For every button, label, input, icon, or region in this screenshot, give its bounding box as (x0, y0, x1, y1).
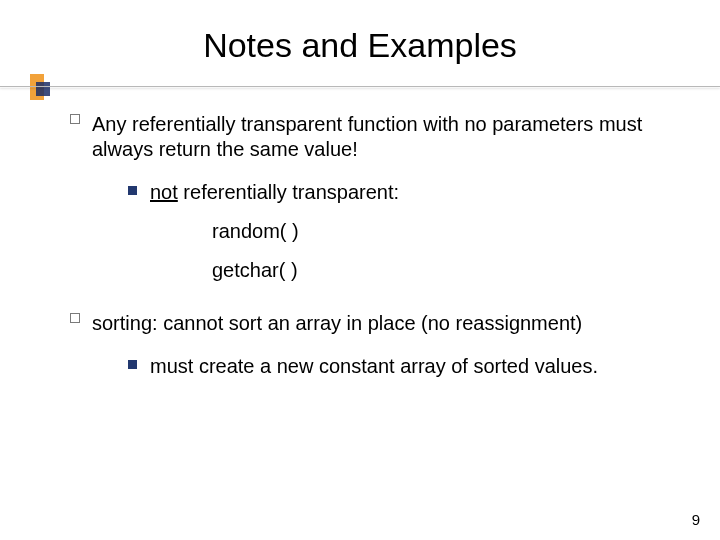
accent-graphic (30, 74, 58, 100)
content-body: Any referentially transparent function w… (70, 112, 680, 393)
sub-bullet-2-text: must create a new constant array of sort… (150, 355, 598, 377)
page-number: 9 (692, 511, 700, 528)
hollow-square-icon (70, 114, 80, 124)
filled-square-icon (128, 186, 137, 195)
hollow-square-icon (70, 313, 80, 323)
example-2: getchar( ) (212, 258, 680, 283)
bullet-item-1-text: Any referentially transparent function w… (92, 113, 642, 160)
sub-bullet-1-underlined: not (150, 181, 178, 203)
bullet-item-1: Any referentially transparent function w… (70, 112, 680, 283)
sub-bullet-1: not referentially transparent: random( )… (128, 180, 680, 283)
sub-bullet-2: must create a new constant array of sort… (128, 354, 680, 379)
accent-navy-square (36, 82, 50, 96)
bullet-item-2-text: sorting: cannot sort an array in place (… (92, 312, 582, 334)
bullet-item-2: sorting: cannot sort an array in place (… (70, 311, 680, 379)
title-area: Notes and Examples (0, 0, 720, 65)
slide-title: Notes and Examples (30, 26, 690, 65)
title-underline (0, 86, 720, 87)
slide: Notes and Examples Any referentially tra… (0, 0, 720, 540)
example-1: random( ) (212, 219, 680, 244)
sub-bullet-1-rest: referentially transparent: (178, 181, 399, 203)
filled-square-icon (128, 360, 137, 369)
